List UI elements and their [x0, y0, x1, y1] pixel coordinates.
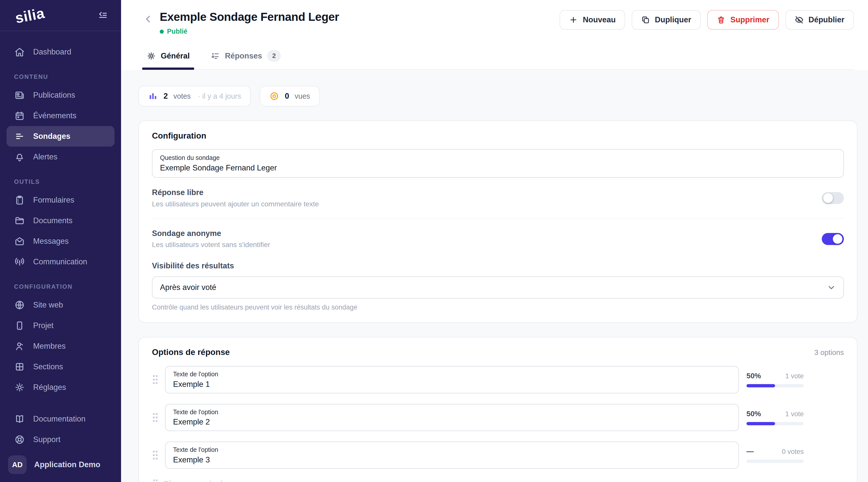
sidebar-item-documents[interactable]: Documents	[6, 211, 115, 231]
sidebar: silia Dashboard CONTENU Publications	[0, 0, 121, 482]
chevron-down-icon	[827, 283, 836, 292]
drag-handle-icon[interactable]	[152, 412, 158, 423]
sidebar-item-dashboard[interactable]: Dashboard	[6, 42, 115, 62]
sidebar-footer: Documentation Support AD Application Dem…	[0, 409, 121, 482]
option-progress-track	[746, 384, 804, 387]
delete-button[interactable]: Supprimer	[707, 10, 779, 30]
sidebar-item-label: Sondages	[33, 132, 70, 141]
sidebar-item-label: Alertes	[33, 152, 57, 161]
sidebar-item-label: Membres	[33, 342, 66, 351]
option-input[interactable]: Texte de l'option Exemple 3	[165, 442, 739, 469]
votes-count: 2	[163, 92, 168, 101]
sidebar-item-communication[interactable]: Communication	[6, 252, 115, 272]
sidebar-item-messages[interactable]: Messages	[6, 231, 115, 252]
tab-reponses[interactable]: Réponses 2	[208, 44, 283, 69]
option-progress-track	[746, 460, 804, 463]
sidebar-section-contenu: CONTENU	[14, 73, 115, 80]
option-progress-fill	[746, 384, 775, 387]
option-stats: — 0 votes	[746, 447, 804, 463]
option-input-value: Exemple 1	[173, 380, 731, 389]
votes-chip: 2 votes · il y a 4 jours	[138, 86, 251, 106]
unpublish-button[interactable]: Dépublier	[785, 10, 854, 30]
sidebar-item-label: Dashboard	[33, 47, 71, 57]
tab-reponses-label: Réponses	[225, 52, 262, 61]
sidebar-item-publications[interactable]: Publications	[6, 85, 115, 105]
trash-icon	[717, 15, 725, 24]
sidebar-item-alertes[interactable]: Alertes	[6, 147, 115, 167]
sidebar-section-outils: OUTILS	[14, 178, 115, 185]
free-response-toggle[interactable]	[822, 192, 844, 204]
sidebar-item-evenements[interactable]: Événements	[6, 105, 115, 126]
option-input-value: Exemple 3	[173, 455, 731, 464]
main-area: Exemple Sondage Fernand Leger Publié Nou…	[121, 0, 868, 482]
clipboard-icon	[14, 195, 25, 205]
home-icon	[14, 46, 25, 58]
option-stats: 50% 1 vote	[746, 410, 804, 425]
collapse-sidebar-icon[interactable]	[96, 8, 110, 22]
sidebar-item-reglages[interactable]: Réglages	[6, 377, 115, 398]
sidebar-item-formulaires[interactable]: Formulaires	[6, 190, 115, 211]
tab-reponses-count-badge: 2	[267, 50, 281, 62]
tab-general[interactable]: Général	[144, 44, 192, 69]
visibility-help: Contrôle quand les utilisateurs peuvent …	[152, 303, 844, 311]
configuration-card: Configuration Question du sondage Exempl…	[138, 121, 858, 323]
sidebar-item-projet[interactable]: Projet	[6, 315, 115, 336]
grid-icon	[14, 361, 25, 372]
sidebar-item-label: Formulaires	[33, 196, 74, 204]
question-input[interactable]: Question du sondage Exemple Sondage Fern…	[152, 149, 844, 178]
app-window: silia Dashboard CONTENU Publications	[0, 0, 868, 482]
sidebar-item-sections[interactable]: Sections	[6, 356, 115, 377]
avatar: AD	[8, 455, 27, 474]
user-name: Application Demo	[34, 460, 100, 469]
book-open-icon	[14, 414, 25, 424]
user-profile[interactable]: AD Application Demo	[6, 450, 115, 476]
visibility-select-value: Après avoir voté	[160, 283, 216, 292]
sidebar-item-site-web[interactable]: Site web	[6, 295, 115, 315]
page-title: Exemple Sondage Fernand Leger	[160, 10, 339, 24]
app-logo: silia	[14, 4, 46, 26]
back-button[interactable]	[142, 13, 154, 25]
duplicate-button[interactable]: Dupliquer	[632, 10, 701, 30]
header-actions: Nouveau Dupliquer Supprimer	[560, 10, 854, 30]
new-button-label: Nouveau	[583, 15, 616, 24]
visibility-title: Visibilité des résultats	[152, 261, 844, 270]
gear-icon	[147, 52, 156, 61]
sidebar-item-label: Site web	[33, 300, 63, 310]
broadcast-icon	[14, 256, 25, 267]
option-input[interactable]: Texte de l'option Exemple 2	[165, 404, 739, 431]
option-input-label: Texte de l'option	[173, 371, 731, 378]
sidebar-item-membres[interactable]: Membres	[6, 336, 115, 356]
sidebar-item-sondages[interactable]: Sondages	[6, 126, 115, 147]
reorder-hint: Glissez pour réordonner	[152, 479, 844, 482]
views-label: vues	[294, 92, 310, 100]
option-input[interactable]: Texte de l'option Exemple 1	[165, 366, 739, 393]
votes-label: votes	[173, 92, 191, 100]
anonymous-toggle[interactable]	[822, 233, 844, 245]
phone-icon	[14, 320, 25, 331]
reorder-hint-label: Glissez pour réordonner	[163, 480, 241, 482]
tab-general-label: Général	[161, 52, 190, 61]
sidebar-item-label: Sections	[33, 362, 63, 371]
drag-handle-icon[interactable]	[152, 374, 158, 385]
unpublish-button-label: Dépublier	[808, 15, 844, 24]
sidebar-item-documentation[interactable]: Documentation	[6, 409, 115, 429]
option-percent: —	[746, 447, 754, 456]
option-input-label: Texte de l'option	[173, 446, 731, 453]
visibility-select[interactable]: Après avoir voté	[152, 277, 844, 298]
question-input-value: Exemple Sondage Fernand Leger	[160, 163, 836, 172]
new-button[interactable]: Nouveau	[560, 10, 625, 30]
status-dot-icon	[160, 30, 164, 34]
page-content: 2 votes · il y a 4 jours 0 vues Configur…	[121, 70, 868, 482]
sidebar-item-label: Communication	[33, 257, 87, 266]
sidebar-header: silia	[0, 0, 121, 31]
option-row: Texte de l'option Exemple 2 50% 1 vote	[152, 404, 844, 431]
drag-handle-icon[interactable]	[152, 450, 158, 460]
bell-icon	[14, 151, 25, 162]
options-card: Options de réponse 3 options Texte de l'…	[138, 337, 858, 482]
question-input-label: Question du sondage	[160, 154, 836, 161]
mail-icon	[14, 236, 25, 247]
sidebar-item-support[interactable]: Support	[6, 429, 115, 450]
delete-button-label: Supprimer	[731, 15, 769, 24]
gear-icon	[14, 382, 25, 393]
sidebar-item-label: Publications	[33, 91, 75, 100]
